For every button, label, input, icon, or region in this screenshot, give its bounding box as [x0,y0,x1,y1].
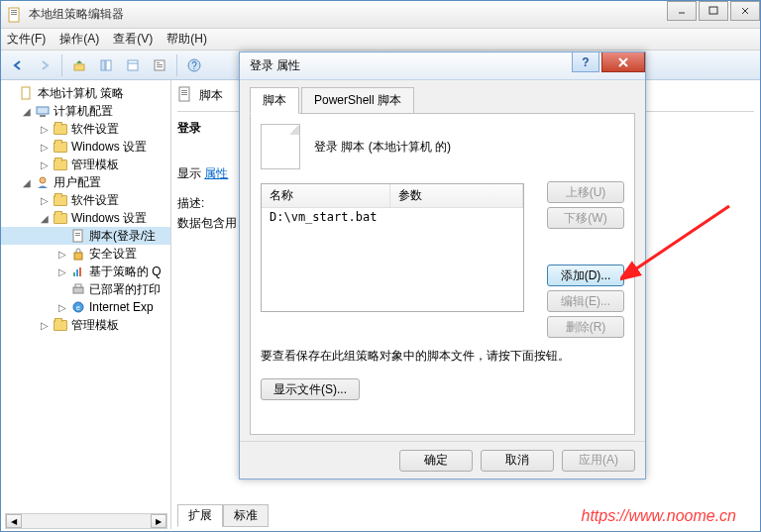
view2-button[interactable] [120,53,146,77]
delete-button[interactable]: 删除(R) [547,316,624,338]
properties-button[interactable] [147,53,172,77]
svg-rect-3 [11,14,17,15]
svg-rect-2 [11,12,17,13]
dialog-close-button[interactable] [601,53,645,72]
document-icon [261,124,300,169]
tree-scripts[interactable]: 脚本(登录/注 [1,227,170,245]
window-title: 本地组策略编辑器 [29,6,124,23]
col-params[interactable]: 参数 [390,184,523,207]
policy-icon [19,85,35,101]
svg-point-22 [40,177,46,183]
move-down-button[interactable]: 下移(W) [547,207,624,229]
user-icon [35,174,51,190]
back-button[interactable] [5,53,31,77]
svg-rect-5 [709,7,717,14]
tree-pane: 本地计算机 策略 ◢计算机配置 ▷软件设置 ▷Windows 设置 ▷管理模板 … [1,80,171,529]
svg-rect-16 [157,66,163,67]
maximize-button[interactable] [699,1,728,21]
dialog-footer: 确定 取消 应用(A) [240,441,645,479]
menu-view[interactable]: 查看(V) [113,31,153,48]
menu-help[interactable]: 帮助(H) [166,31,207,48]
tree-user-templates[interactable]: ▷管理模板 [1,316,170,334]
svg-rect-31 [75,284,81,287]
lock-icon [70,246,86,262]
ie-icon: e [70,299,86,315]
view1-button[interactable] [93,53,119,77]
apply-button[interactable]: 应用(A) [562,450,635,472]
dialog-help-button[interactable]: ? [572,53,599,72]
svg-rect-15 [157,64,163,65]
printer-icon [70,281,86,297]
tab-powershell[interactable]: PowerShell 脚本 [301,87,414,114]
scroll-right[interactable]: ▶ [151,514,166,528]
svg-rect-26 [74,253,82,260]
cancel-button[interactable]: 取消 [481,450,554,472]
script-list[interactable]: 名称 参数 D:\vm_start.bat [261,183,524,312]
dialog-note: 要查看保存在此组策略对象中的脚本文件，请按下面按钮。 [261,348,624,365]
col-name[interactable]: 名称 [262,184,390,207]
svg-rect-29 [79,267,81,276]
svg-rect-27 [73,272,75,276]
minimize-button[interactable] [667,1,697,21]
scroll-left[interactable]: ◀ [6,514,22,528]
watermark: https://www.noome.cn [581,507,736,525]
svg-rect-21 [40,115,46,117]
window-controls [665,1,760,21]
svg-text:e: e [76,304,80,311]
tree-computer[interactable]: ◢计算机配置 [1,102,170,120]
svg-rect-10 [106,60,111,70]
tab-standard[interactable]: 标准 [223,504,269,527]
script-name: D:\vm_start.bat [262,208,384,226]
dialog-title: 登录 属性 [250,57,300,74]
close-button[interactable] [730,1,760,21]
tree-user[interactable]: ◢用户配置 [1,173,170,191]
svg-rect-1 [11,10,17,11]
svg-rect-8 [74,64,84,70]
ok-button[interactable]: 确定 [399,450,473,472]
desc-text: 数据包含用 [177,216,237,230]
tree-ie[interactable]: ▷eInternet Exp [1,298,170,316]
tree-comp-templates[interactable]: ▷管理模板 [1,156,170,173]
show-label: 显示 [177,166,201,180]
properties-link[interactable]: 属性 [204,166,228,180]
dialog-titlebar: 登录 属性 ? [240,53,645,80]
detail-title: 脚本 [199,87,223,104]
help-button[interactable]: ? [181,53,207,77]
up-button[interactable] [66,53,92,77]
show-files-button[interactable]: 显示文件(S)... [261,378,360,400]
tree-qos[interactable]: ▷基于策略的 Q [1,263,170,280]
edit-button[interactable]: 编辑(E)... [547,290,624,312]
svg-rect-37 [181,94,187,95]
desc-label: 描述: [177,196,204,210]
tab-extended[interactable]: 扩展 [177,504,223,527]
tree-comp-software[interactable]: ▷软件设置 [1,120,170,138]
svg-rect-11 [128,60,138,70]
tree-comp-windows[interactable]: ▷Windows 设置 [1,138,170,156]
script-icon [70,228,86,244]
svg-rect-25 [75,235,80,236]
forward-button[interactable] [32,53,57,77]
tree-root[interactable]: 本地计算机 策略 [1,84,170,102]
tree-user-windows[interactable]: ◢Windows 设置 [1,209,170,227]
menu-action[interactable]: 操作(A) [59,31,99,48]
tree-security[interactable]: ▷安全设置 [1,245,170,263]
add-button[interactable]: 添加(D)... [547,265,624,286]
script-row[interactable]: D:\vm_start.bat [262,208,523,226]
svg-rect-28 [76,269,78,276]
login-properties-dialog: 登录 属性 ? 脚本 PowerShell 脚本 登录 脚本 (本地计算机 的)… [239,52,646,479]
tree-printers[interactable]: 已部署的打印 [1,280,170,298]
svg-rect-14 [157,62,160,63]
dialog-panel: 登录 脚本 (本地计算机 的) 名称 参数 D:\vm_start.bat 上移… [250,114,635,435]
menu-file[interactable]: 文件(F) [7,31,46,48]
svg-rect-24 [75,233,80,234]
svg-rect-35 [181,90,187,91]
move-up-button[interactable]: 上移(U) [547,181,624,203]
svg-rect-9 [101,60,105,70]
computer-icon [35,103,51,119]
tree-user-software[interactable]: ▷软件设置 [1,191,170,209]
panel-header: 登录 脚本 (本地计算机 的) [314,139,451,156]
dialog-body: 脚本 PowerShell 脚本 登录 脚本 (本地计算机 的) 名称 参数 D… [240,80,645,441]
chart-icon [70,264,86,279]
tree-scrollbar[interactable]: ◀ ▶ [5,513,167,529]
tab-script[interactable]: 脚本 [250,87,299,114]
